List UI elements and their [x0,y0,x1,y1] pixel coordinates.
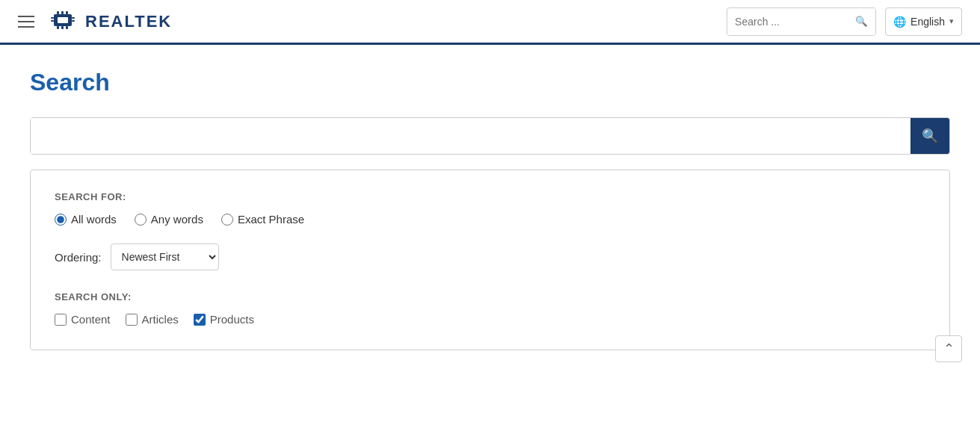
svg-rect-9 [61,26,64,29]
ordering-label: Ordering: [55,251,102,264]
checkbox-articles[interactable]: Articles [126,313,179,326]
header-search-button[interactable]: 🔍 [848,8,875,35]
radio-exact-phrase-input[interactable] [221,214,233,226]
radio-group: All words Any words Exact Phrase [55,213,925,226]
checkbox-content-label: Content [71,313,111,326]
svg-rect-5 [57,11,59,14]
radio-all-words-input[interactable] [55,214,67,226]
main-search-button[interactable]: 🔍 [910,118,949,154]
logo-text: REALTEK [85,12,172,31]
hamburger-icon[interactable] [18,16,34,28]
svg-rect-6 [61,11,64,14]
ordering-select[interactable]: Newest First Oldest First Most Popular A… [111,243,219,270]
checkbox-articles-label: Articles [142,313,179,326]
search-icon: 🔍 [855,16,868,27]
main-content: Search Realtek 802.11 N WLAN 🔍 SEARCH FO… [0,45,980,374]
svg-rect-10 [66,26,68,29]
language-selector[interactable]: 🌐 English ▾ [885,7,962,36]
radio-exact-phrase-label: Exact Phrase [238,213,304,226]
logo-icon [46,4,79,40]
language-label: English [910,16,945,28]
filter-panel: SEARCH FOR: All words Any words Exact Ph… [30,170,950,350]
logo-link[interactable]: REALTEK [46,4,172,40]
checkbox-content[interactable]: Content [55,313,111,326]
ordering-row: Ordering: Newest First Oldest First Most… [55,243,925,270]
scroll-top-button[interactable]: ⌃ [935,335,962,362]
chevron-up-icon: ⌃ [943,341,955,357]
search-only-label: SEARCH ONLY: [55,291,925,302]
checkbox-articles-input[interactable] [126,314,138,326]
header-search-bar[interactable]: 🔍 [727,7,876,36]
checkbox-products-label: Products [210,313,254,326]
radio-exact-phrase[interactable]: Exact Phrase [221,213,304,226]
search-icon: 🔍 [922,128,938,144]
page-title: Search [30,69,950,96]
header: REALTEK 🔍 🌐 English ▾ [0,0,980,45]
svg-rect-4 [72,20,75,22]
checkbox-products-input[interactable] [194,314,206,326]
radio-any-words-input[interactable] [135,214,147,226]
checkbox-content-input[interactable] [55,314,67,326]
header-right: 🔍 🌐 English ▾ [727,7,962,36]
header-left: REALTEK [18,4,172,40]
svg-rect-11 [58,17,68,23]
chevron-down-icon: ▾ [949,16,954,26]
radio-all-words-label: All words [71,213,117,226]
header-search-input[interactable] [727,16,848,28]
radio-all-words[interactable]: All words [55,213,117,226]
main-search-row: Realtek 802.11 N WLAN 🔍 [30,117,950,155]
main-search-input[interactable]: Realtek 802.11 N WLAN [31,118,910,154]
search-for-label: SEARCH FOR: [55,191,925,202]
globe-icon: 🌐 [893,16,906,28]
radio-any-words-label: Any words [151,213,203,226]
svg-rect-1 [51,17,54,19]
radio-any-words[interactable]: Any words [135,213,203,226]
svg-rect-7 [66,11,68,14]
checkbox-group: Content Articles Products [55,313,925,326]
svg-rect-2 [51,20,54,22]
svg-rect-3 [72,17,75,19]
checkbox-products[interactable]: Products [194,313,254,326]
svg-rect-8 [57,26,59,29]
